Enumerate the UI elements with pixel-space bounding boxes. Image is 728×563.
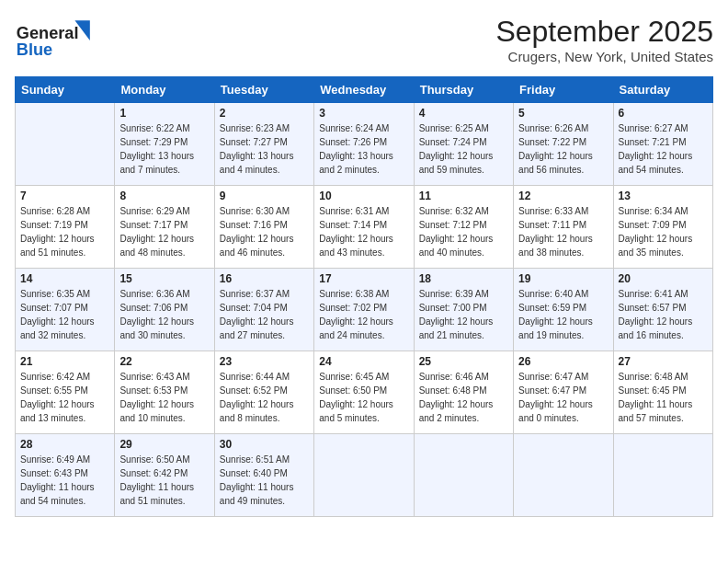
logo: General Blue (15, 15, 107, 69)
calendar-cell: 18Sunrise: 6:39 AMSunset: 7:00 PMDayligh… (414, 269, 513, 351)
day-number: 18 (419, 272, 508, 285)
day-number: 27 (619, 355, 708, 368)
cell-info: Sunrise: 6:29 AMSunset: 7:17 PMDaylight:… (119, 204, 209, 259)
day-number: 16 (220, 272, 309, 285)
day-number: 28 (20, 438, 109, 451)
calendar-cell (613, 434, 712, 517)
header-thursday: Thursday (414, 77, 513, 103)
cell-info: Sunrise: 6:28 AMSunset: 7:19 PMDaylight:… (20, 204, 109, 259)
calendar-week-3: 14Sunrise: 6:35 AMSunset: 7:07 PMDayligh… (16, 269, 713, 351)
cell-info: Sunrise: 6:32 AMSunset: 7:12 PMDaylight:… (419, 204, 508, 259)
calendar-cell: 5Sunrise: 6:26 AMSunset: 7:22 PMDaylight… (514, 103, 613, 186)
day-number: 2 (220, 107, 309, 120)
day-number: 24 (319, 355, 408, 368)
day-number: 8 (119, 190, 209, 202)
cell-info: Sunrise: 6:39 AMSunset: 7:00 PMDaylight:… (419, 287, 508, 342)
day-number: 13 (619, 190, 708, 202)
calendar-cell (514, 434, 613, 517)
day-number: 29 (119, 438, 209, 451)
cell-info: Sunrise: 6:51 AMSunset: 6:40 PMDaylight:… (220, 453, 309, 508)
day-number: 30 (220, 438, 309, 451)
cell-info: Sunrise: 6:36 AMSunset: 7:06 PMDaylight:… (119, 287, 209, 342)
calendar-cell: 26Sunrise: 6:47 AMSunset: 6:47 PMDayligh… (514, 351, 613, 434)
cell-info: Sunrise: 6:38 AMSunset: 7:02 PMDaylight:… (319, 287, 408, 342)
cell-info: Sunrise: 6:25 AMSunset: 7:24 PMDaylight:… (419, 121, 508, 177)
calendar-cell: 21Sunrise: 6:42 AMSunset: 6:55 PMDayligh… (16, 351, 115, 434)
logo-svg: General Blue (15, 15, 107, 65)
month-title: September 2025 (495, 15, 713, 49)
calendar-table: SundayMondayTuesdayWednesdayThursdayFrid… (15, 76, 713, 517)
calendar-cell: 15Sunrise: 6:36 AMSunset: 7:06 PMDayligh… (115, 269, 214, 351)
calendar-cell: 16Sunrise: 6:37 AMSunset: 7:04 PMDayligh… (214, 269, 313, 351)
day-number: 1 (119, 107, 209, 120)
calendar-cell: 30Sunrise: 6:51 AMSunset: 6:40 PMDayligh… (214, 434, 313, 517)
cell-info: Sunrise: 6:26 AMSunset: 7:22 PMDaylight:… (518, 121, 608, 177)
calendar-cell: 1Sunrise: 6:22 AMSunset: 7:29 PMDaylight… (115, 103, 214, 186)
page-header: General Blue September 2025 Crugers, New… (15, 15, 713, 69)
calendar-week-1: 1Sunrise: 6:22 AMSunset: 7:29 PMDaylight… (16, 103, 713, 186)
calendar-cell: 4Sunrise: 6:25 AMSunset: 7:24 PMDaylight… (414, 103, 513, 186)
cell-info: Sunrise: 6:50 AMSunset: 6:42 PMDaylight:… (119, 453, 209, 508)
header-sunday: Sunday (16, 77, 115, 103)
title-block: September 2025 Crugers, New York, United… (495, 15, 713, 64)
cell-info: Sunrise: 6:49 AMSunset: 6:43 PMDaylight:… (20, 453, 109, 508)
cell-info: Sunrise: 6:34 AMSunset: 7:09 PMDaylight:… (619, 204, 708, 259)
calendar-week-2: 7Sunrise: 6:28 AMSunset: 7:19 PMDaylight… (16, 186, 713, 269)
day-number: 10 (319, 190, 408, 202)
calendar-cell: 7Sunrise: 6:28 AMSunset: 7:19 PMDaylight… (16, 186, 115, 269)
calendar-cell: 2Sunrise: 6:23 AMSunset: 7:27 PMDaylight… (214, 103, 313, 186)
day-number: 6 (619, 107, 708, 120)
header-saturday: Saturday (613, 77, 712, 103)
calendar-cell: 19Sunrise: 6:40 AMSunset: 6:59 PMDayligh… (514, 269, 613, 351)
cell-info: Sunrise: 6:42 AMSunset: 6:55 PMDaylight:… (20, 370, 109, 425)
day-number: 23 (220, 355, 309, 368)
calendar-header-row: SundayMondayTuesdayWednesdayThursdayFrid… (16, 77, 713, 103)
calendar-cell: 11Sunrise: 6:32 AMSunset: 7:12 PMDayligh… (414, 186, 513, 269)
cell-info: Sunrise: 6:22 AMSunset: 7:29 PMDaylight:… (119, 121, 209, 177)
calendar-cell: 17Sunrise: 6:38 AMSunset: 7:02 PMDayligh… (314, 269, 414, 351)
calendar-cell (414, 434, 513, 517)
calendar-cell: 10Sunrise: 6:31 AMSunset: 7:14 PMDayligh… (314, 186, 414, 269)
calendar-cell: 3Sunrise: 6:24 AMSunset: 7:26 PMDaylight… (314, 103, 414, 186)
calendar-cell: 12Sunrise: 6:33 AMSunset: 7:11 PMDayligh… (514, 186, 613, 269)
day-number: 26 (518, 355, 608, 368)
cell-info: Sunrise: 6:45 AMSunset: 6:50 PMDaylight:… (319, 370, 408, 425)
cell-info: Sunrise: 6:23 AMSunset: 7:27 PMDaylight:… (220, 121, 309, 177)
svg-text:General: General (17, 24, 79, 42)
day-number: 20 (619, 272, 708, 285)
calendar-cell: 27Sunrise: 6:48 AMSunset: 6:45 PMDayligh… (613, 351, 712, 434)
cell-info: Sunrise: 6:33 AMSunset: 7:11 PMDaylight:… (518, 204, 608, 259)
calendar-cell: 28Sunrise: 6:49 AMSunset: 6:43 PMDayligh… (16, 434, 115, 517)
day-number: 5 (518, 107, 608, 120)
calendar-cell: 25Sunrise: 6:46 AMSunset: 6:48 PMDayligh… (414, 351, 513, 434)
calendar-cell: 13Sunrise: 6:34 AMSunset: 7:09 PMDayligh… (613, 186, 712, 269)
day-number: 25 (419, 355, 508, 368)
svg-text:Blue: Blue (17, 40, 52, 59)
day-number: 9 (220, 190, 309, 202)
day-number: 15 (119, 272, 209, 285)
day-number: 21 (20, 355, 109, 368)
calendar-cell: 22Sunrise: 6:43 AMSunset: 6:53 PMDayligh… (115, 351, 214, 434)
cell-info: Sunrise: 6:46 AMSunset: 6:48 PMDaylight:… (419, 370, 508, 425)
calendar-week-5: 28Sunrise: 6:49 AMSunset: 6:43 PMDayligh… (16, 434, 713, 517)
cell-info: Sunrise: 6:48 AMSunset: 6:45 PMDaylight:… (619, 370, 708, 425)
calendar-cell: 23Sunrise: 6:44 AMSunset: 6:52 PMDayligh… (214, 351, 313, 434)
day-number: 3 (319, 107, 408, 120)
cell-info: Sunrise: 6:44 AMSunset: 6:52 PMDaylight:… (220, 370, 309, 425)
calendar-cell (16, 103, 115, 186)
cell-info: Sunrise: 6:37 AMSunset: 7:04 PMDaylight:… (220, 287, 309, 342)
location: Crugers, New York, United States (495, 49, 713, 64)
calendar-week-4: 21Sunrise: 6:42 AMSunset: 6:55 PMDayligh… (16, 351, 713, 434)
calendar-cell: 24Sunrise: 6:45 AMSunset: 6:50 PMDayligh… (314, 351, 414, 434)
cell-info: Sunrise: 6:43 AMSunset: 6:53 PMDaylight:… (119, 370, 209, 425)
calendar-cell: 9Sunrise: 6:30 AMSunset: 7:16 PMDaylight… (214, 186, 313, 269)
calendar-cell: 6Sunrise: 6:27 AMSunset: 7:21 PMDaylight… (613, 103, 712, 186)
day-number: 7 (20, 190, 109, 202)
day-number: 22 (119, 355, 209, 368)
day-number: 11 (419, 190, 508, 202)
header-friday: Friday (514, 77, 613, 103)
day-number: 19 (518, 272, 608, 285)
day-number: 4 (419, 107, 508, 120)
cell-info: Sunrise: 6:41 AMSunset: 6:57 PMDaylight:… (619, 287, 708, 342)
cell-info: Sunrise: 6:27 AMSunset: 7:21 PMDaylight:… (619, 121, 708, 177)
